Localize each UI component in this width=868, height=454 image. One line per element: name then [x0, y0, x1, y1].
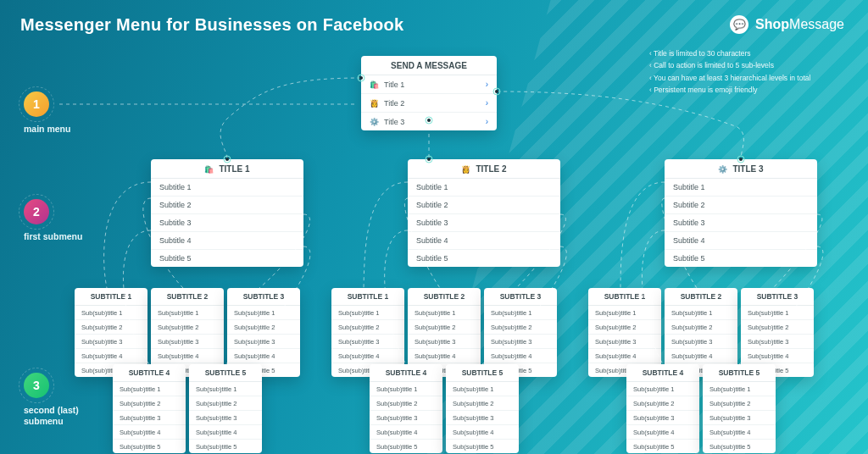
subtitle-row[interactable]: Subtitle 2 — [665, 197, 817, 214]
leaf-row[interactable]: Sub(sub)title 1 — [151, 306, 224, 320]
leaf-row[interactable]: Sub(sub)title 2 — [741, 320, 814, 335]
leaf-row[interactable]: Sub(sub)title 4 — [446, 425, 519, 440]
leaf-row[interactable]: Sub(sub)title 3 — [408, 335, 481, 349]
level-badge-3: 3 second (last) submenu — [24, 373, 79, 426]
leaf-row[interactable]: Sub(sub)title 3 — [227, 335, 300, 349]
leaf-row[interactable]: Sub(sub)title 4 — [151, 349, 224, 363]
leaf-row[interactable]: Sub(sub)title 2 — [484, 320, 557, 335]
subtitle-row[interactable]: Subtitle 5 — [665, 250, 817, 267]
leaf-row[interactable]: Sub(sub)title 2 — [665, 320, 737, 335]
subtitle-row[interactable]: Subtitle 5 — [151, 250, 303, 267]
leaf-row[interactable]: Sub(sub)title 2 — [408, 320, 481, 335]
leaf-row[interactable]: Sub(sub)title 5 — [189, 440, 262, 453]
leaf-row[interactable]: Sub(sub)title 4 — [741, 349, 814, 363]
leaf-row[interactable]: Sub(sub)title 1 — [370, 382, 442, 396]
leaf-row[interactable]: Sub(sub)title 4 — [189, 425, 262, 440]
brand-logo: ShopMessage — [730, 15, 844, 34]
leaf-row[interactable]: Sub(sub)title 2 — [227, 320, 300, 335]
subtitle-row[interactable]: Subtitle 4 — [665, 232, 817, 250]
leaf-row[interactable]: Sub(sub)title 1 — [189, 382, 262, 396]
chevron-right-icon: › — [486, 117, 488, 126]
leaf-row[interactable]: Sub(sub)title 4 — [227, 349, 300, 363]
leaf-row[interactable]: Sub(sub)title 1 — [665, 306, 737, 320]
leaf-row[interactable]: Sub(sub)title 2 — [151, 320, 224, 335]
leaf-row[interactable]: Sub(sub)title 1 — [588, 306, 661, 320]
leaf-row[interactable]: Sub(sub)title 1 — [75, 306, 147, 320]
leaf-row[interactable]: Sub(sub)title 3 — [446, 411, 519, 425]
subtitle-row[interactable]: Subtitle 1 — [665, 179, 817, 197]
subtitle-row[interactable]: Subtitle 1 — [408, 179, 560, 197]
leaf-row[interactable]: Sub(sub)title 5 — [113, 440, 186, 453]
leaf-row[interactable]: Sub(sub)title 2 — [588, 320, 661, 335]
leaf-row[interactable]: Sub(sub)title 3 — [741, 335, 814, 349]
leaf-row[interactable]: Sub(sub)title 1 — [741, 306, 814, 320]
leaf-row[interactable]: Sub(sub)title 5 — [626, 440, 699, 453]
leaf-row[interactable]: Sub(sub)title 4 — [370, 425, 442, 440]
leaf-row[interactable]: Sub(sub)title 3 — [151, 335, 224, 349]
leaf-row[interactable]: Sub(sub)title 4 — [703, 425, 776, 440]
leaf-row[interactable]: Sub(sub)title 3 — [588, 335, 661, 349]
leaf-row[interactable]: Sub(sub)title 5 — [446, 440, 519, 453]
leaf-row[interactable]: Sub(sub)title 1 — [446, 382, 519, 396]
menu-root-item[interactable]: ⚙️ Title 3› — [361, 113, 497, 130]
leaf-row[interactable]: Sub(sub)title 5 — [703, 440, 776, 453]
subtitle-row[interactable]: Subtitle 2 — [408, 197, 560, 214]
leaf-header: SUBTITLE 4 — [626, 364, 699, 382]
subtitle-row[interactable]: Subtitle 1 — [151, 179, 303, 197]
leaf-row[interactable]: Sub(sub)title 3 — [626, 411, 699, 425]
subtitle-row[interactable]: Subtitle 5 — [408, 250, 560, 267]
leaf-row[interactable]: Sub(sub)title 1 — [113, 382, 186, 396]
page-title: Messenger Menu for Businesses on Faceboo… — [20, 15, 403, 35]
leaf-row[interactable]: Sub(sub)title 1 — [626, 382, 699, 396]
leaf-row[interactable]: Sub(sub)title 2 — [331, 320, 404, 335]
leaf-row[interactable]: Sub(sub)title 5 — [370, 440, 442, 453]
leaf-row[interactable]: Sub(sub)title 3 — [370, 411, 442, 425]
menu-root-item[interactable]: 🛍️ Title 1› — [361, 75, 497, 94]
leaf-row[interactable]: Sub(sub)title 3 — [665, 335, 737, 349]
leaf-row[interactable]: Sub(sub)title 4 — [113, 425, 186, 440]
leaf-row[interactable]: Sub(sub)title 3 — [331, 335, 404, 349]
subtitle-row[interactable]: Subtitle 3 — [151, 214, 303, 232]
leaf-row[interactable]: Sub(sub)title 3 — [703, 411, 776, 425]
leaf-header: SUBTITLE 2 — [408, 288, 481, 306]
leaf-row[interactable]: Sub(sub)title 1 — [227, 306, 300, 320]
leaf-row[interactable]: Sub(sub)title 4 — [75, 349, 147, 363]
subtitle-row[interactable]: Subtitle 2 — [151, 197, 303, 214]
leaf-row[interactable]: Sub(sub)title 1 — [484, 306, 557, 320]
subtitle-row[interactable]: Subtitle 4 — [408, 232, 560, 250]
subtitle-row[interactable]: Subtitle 3 — [408, 214, 560, 232]
leaf-row[interactable]: Sub(sub)title 3 — [75, 335, 147, 349]
subtitle-row[interactable]: Subtitle 3 — [665, 214, 817, 232]
leaf-card: SUBTITLE 4Sub(sub)title 1Sub(sub)title 2… — [113, 364, 186, 453]
leaf-row[interactable]: Sub(sub)title 4 — [665, 349, 737, 363]
leaf-row[interactable]: Sub(sub)title 2 — [75, 320, 147, 335]
gear-icon: ⚙️ — [370, 118, 379, 126]
leaf-row[interactable]: Sub(sub)title 2 — [626, 396, 699, 411]
leaf-row[interactable]: Sub(sub)title 4 — [331, 349, 404, 363]
leaf-row[interactable]: Sub(sub)title 1 — [331, 306, 404, 320]
chat-bubble-icon — [730, 15, 748, 34]
leaf-row[interactable]: Sub(sub)title 1 — [703, 382, 776, 396]
leaf-row[interactable]: Sub(sub)title 2 — [446, 396, 519, 411]
subtitle-row[interactable]: Subtitle 4 — [151, 232, 303, 250]
leaf-row[interactable]: Sub(sub)title 4 — [588, 349, 661, 363]
leaf-row[interactable]: Sub(sub)title 4 — [408, 349, 481, 363]
leaf-row[interactable]: Sub(sub)title 4 — [626, 425, 699, 440]
leaf-row[interactable]: Sub(sub)title 1 — [408, 306, 481, 320]
leaf-row[interactable]: Sub(sub)title 4 — [484, 349, 557, 363]
leaf-row[interactable]: Sub(sub)title 2 — [113, 396, 186, 411]
title-card-1: 🛍️TITLE 1 Subtitle 1 Subtitle 2 Subtitle… — [151, 159, 303, 267]
leaf-row[interactable]: Sub(sub)title 3 — [113, 411, 186, 425]
leaf-row[interactable]: Sub(sub)title 2 — [370, 396, 442, 411]
leaf-row[interactable]: Sub(sub)title 2 — [703, 396, 776, 411]
chevron-right-icon: › — [486, 80, 488, 89]
menu-root-card: SEND A MESSAGE 🛍️ Title 1› 👸 Title 2› ⚙️… — [361, 56, 497, 130]
leaf-row[interactable]: Sub(sub)title 3 — [189, 411, 262, 425]
leaf-header: SUBTITLE 4 — [370, 364, 442, 382]
menu-root-item[interactable]: 👸 Title 2› — [361, 94, 497, 113]
title-card-3: ⚙️TITLE 3 Subtitle 1 Subtitle 2 Subtitle… — [665, 159, 817, 267]
leaf-header: SUBTITLE 4 — [113, 364, 186, 382]
leaf-row[interactable]: Sub(sub)title 2 — [189, 396, 262, 411]
level-badge-2: 2 first submenu — [24, 199, 82, 242]
leaf-row[interactable]: Sub(sub)title 3 — [484, 335, 557, 349]
